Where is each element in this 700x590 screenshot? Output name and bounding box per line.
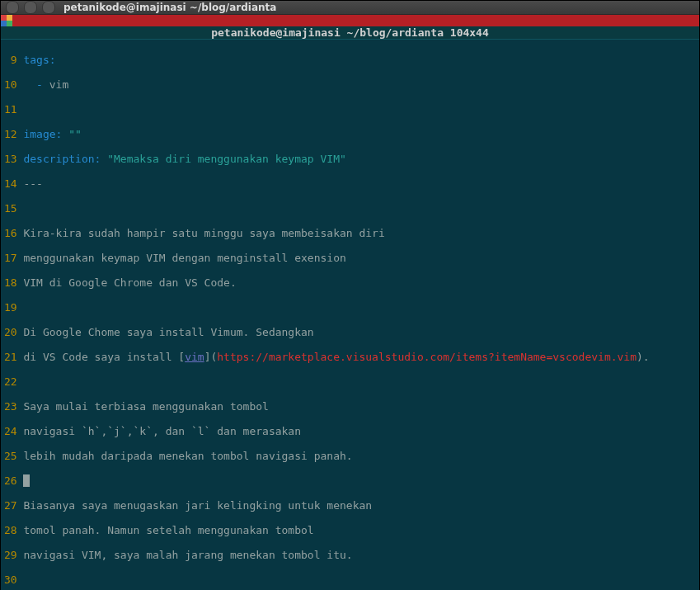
yaml-key: description: bbox=[23, 153, 101, 165]
line-number: 27 bbox=[4, 499, 17, 512]
text-line: Di Google Chome saya install Vimum. Seda… bbox=[23, 326, 313, 338]
yaml-dash: - bbox=[23, 78, 42, 91]
line-number: 15 bbox=[4, 202, 17, 215]
line-number: 10 bbox=[4, 78, 17, 91]
text-line: navigasi VIM, saya malah jarang menekan … bbox=[23, 549, 352, 561]
terminal-tab[interactable]: petanikode@imajinasi ~/blog/ardianta 104… bbox=[1, 26, 699, 39]
line-number: 26 bbox=[4, 474, 17, 487]
tab-label: petanikode@imajinasi ~/blog/ardianta 104… bbox=[211, 26, 489, 39]
terminal-viewport[interactable]: 9 tags: 10 - vim 11 12 image: "" 13 desc… bbox=[1, 39, 699, 590]
line-number: 29 bbox=[4, 549, 17, 561]
text-line: Kira-kira sudah hampir satu minggu saya … bbox=[23, 227, 384, 239]
line-number: 25 bbox=[4, 450, 17, 462]
yaml-string: "" bbox=[62, 128, 81, 140]
text-line: Biasanya saya menugaskan jari kelingking… bbox=[23, 499, 372, 512]
line-number: 22 bbox=[4, 375, 17, 388]
terminator-menubar[interactable] bbox=[1, 15, 699, 26]
md-link-text: vim bbox=[185, 351, 204, 363]
line-number: 18 bbox=[4, 276, 17, 289]
maximize-icon[interactable] bbox=[42, 1, 55, 14]
window-title: petanikode@imajinasi ~/blog/ardianta bbox=[63, 2, 276, 13]
line-number: 19 bbox=[4, 301, 17, 314]
line-number: 12 bbox=[4, 128, 17, 140]
md-link-url: https://marketplace.visualstudio.com/ite… bbox=[217, 351, 637, 363]
line-number: 24 bbox=[4, 425, 17, 437]
text-line: VIM di Google Chrome dan VS Code. bbox=[23, 276, 236, 289]
text-line: Saya mulai terbiasa menggunakan tombol bbox=[23, 400, 268, 413]
line-number: 17 bbox=[4, 252, 17, 264]
minimize-icon[interactable] bbox=[24, 1, 37, 14]
text-line: di VS Code saya install [ bbox=[23, 351, 185, 363]
yaml-key: image: bbox=[23, 128, 62, 140]
line-number: 30 bbox=[4, 573, 17, 586]
line-number: 14 bbox=[4, 177, 17, 190]
terminator-logo-icon[interactable] bbox=[1, 15, 12, 26]
line-number: 13 bbox=[4, 153, 17, 165]
cursor bbox=[23, 474, 30, 487]
yaml-value: vim bbox=[43, 78, 68, 91]
text-line: menggunakan keymap VIM dengan menginstal… bbox=[23, 252, 345, 264]
text-line: tomol panah. Namun setelah menggunakan t… bbox=[23, 524, 313, 536]
text-line: lebih mudah daripada menekan tombol navi… bbox=[23, 450, 352, 462]
yaml-string: "Memaksa diri menggunakan keymap VIM" bbox=[101, 153, 345, 165]
line-number: 9 bbox=[4, 54, 17, 66]
line-number: 21 bbox=[4, 351, 17, 363]
frontmatter-end: --- bbox=[23, 177, 42, 190]
line-number: 16 bbox=[4, 227, 17, 239]
text-line: navigasi `h`,`j`,`k`, dan `l` dan merasa… bbox=[23, 425, 301, 437]
terminal-window: petanikode@imajinasi ~/blog/ardianta pet… bbox=[0, 0, 700, 590]
line-number: 28 bbox=[4, 524, 17, 536]
close-icon[interactable] bbox=[6, 1, 19, 14]
line-number: 23 bbox=[4, 400, 17, 413]
line-number: 11 bbox=[4, 103, 17, 116]
yaml-key: tags: bbox=[23, 54, 55, 66]
line-number: 20 bbox=[4, 326, 17, 338]
titlebar[interactable]: petanikode@imajinasi ~/blog/ardianta bbox=[1, 1, 699, 15]
